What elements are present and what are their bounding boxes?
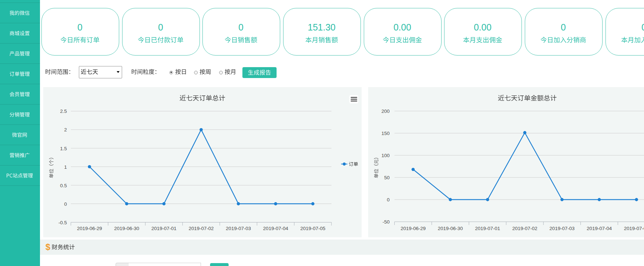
svg-text:2: 2 (64, 127, 67, 132)
svg-text:2019-07-03: 2019-07-03 (226, 226, 251, 231)
svg-text:2019-07-04: 2019-07-04 (263, 226, 289, 231)
svg-text:2019-06-29: 2019-06-29 (401, 226, 426, 231)
svg-text:200: 200 (381, 109, 390, 114)
svg-text:2019-07-04: 2019-07-04 (587, 226, 612, 231)
svg-text:-0.5: -0.5 (59, 220, 67, 225)
svg-text:0.5: 0.5 (60, 183, 67, 188)
svg-text:2019-06-30: 2019-06-30 (114, 226, 139, 231)
svg-text:150: 150 (381, 131, 390, 136)
svg-text:0: 0 (64, 201, 67, 207)
svg-text:0: 0 (387, 197, 390, 202)
svg-text:2019-07-03: 2019-07-03 (550, 226, 575, 231)
svg-text:2019-06-30: 2019-06-30 (438, 226, 463, 231)
svg-text:50: 50 (384, 175, 390, 180)
svg-text:1: 1 (64, 164, 67, 170)
svg-text:2019-07-02: 2019-07-02 (512, 226, 537, 231)
svg-text:2.5: 2.5 (60, 109, 67, 114)
svg-text:2019-06-29: 2019-06-29 (77, 226, 102, 231)
svg-text:2019-07-01: 2019-07-01 (475, 226, 500, 231)
svg-text:2019-07-02: 2019-07-02 (189, 226, 214, 231)
svg-text:2019-07-05: 2019-07-05 (300, 226, 325, 231)
svg-text:100: 100 (381, 153, 390, 158)
svg-text:2019-07-01: 2019-07-01 (152, 226, 177, 231)
svg-text:1.5: 1.5 (60, 146, 67, 151)
svg-text:-50: -50 (382, 219, 390, 225)
svg-text:2019-07-05: 2019-07-05 (624, 226, 644, 231)
